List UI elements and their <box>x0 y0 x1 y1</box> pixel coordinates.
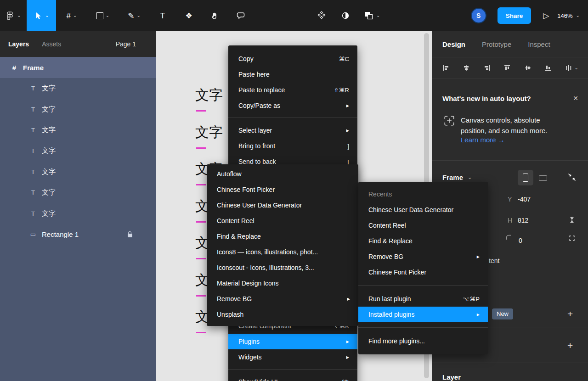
layer-row-text[interactable]: T 文字 <box>0 140 156 161</box>
layer-label: Frame <box>23 64 44 72</box>
boolean-groups-button[interactable]: ⌄ <box>364 0 380 31</box>
zoom-menu[interactable]: 146% ⌄ <box>557 12 580 19</box>
frame-section-title[interactable]: Frame ⌄ <box>442 174 472 181</box>
layer-label: 文字 <box>42 105 56 114</box>
recents-menu-item[interactable]: Run last plugin ⌥⌘P <box>358 291 488 307</box>
layer-row-text[interactable]: T 文字 <box>0 120 156 140</box>
canvas-text: 文字 <box>195 87 223 103</box>
recents-menu-item[interactable]: Content Reel <box>358 218 488 233</box>
recents-menu-item[interactable]: Find more plugins... <box>358 333 488 349</box>
align-bottom-icon[interactable] <box>544 64 552 72</box>
align-right-icon[interactable] <box>483 64 491 72</box>
text-tool-icon: T <box>160 12 165 20</box>
tab-design[interactable]: Design <box>442 40 465 48</box>
plugins-menu-item[interactable]: Unsplash <box>207 307 358 322</box>
share-button[interactable]: Share <box>498 7 531 24</box>
present-play-icon[interactable]: ▷ <box>543 11 549 21</box>
plugins-menu-item[interactable]: Chinese Font Picker <box>207 182 358 197</box>
plugins-menu-item[interactable]: Remove BG <box>207 291 358 307</box>
layer-row-text[interactable]: T 文字 <box>0 182 156 203</box>
context-menu-item[interactable]: Paste to replace ⇧⌘R <box>228 82 357 98</box>
layer-row-frame[interactable]: # Frame <box>0 57 156 78</box>
menu-separator <box>358 322 488 333</box>
zoom-level: 146% <box>557 12 572 19</box>
context-menu-item[interactable]: Select layer <box>228 123 357 138</box>
add-property-button[interactable]: + <box>567 341 573 350</box>
plugins-menu-item[interactable]: Chinese User Data Generator <box>207 197 358 213</box>
distribute-menu-icon[interactable]: ⌄ <box>565 64 578 72</box>
page-selector[interactable]: Page 1 <box>116 40 136 48</box>
divider <box>432 363 588 363</box>
plugins-menu-item[interactable]: Material Design Icons <box>207 275 358 291</box>
context-menu-item[interactable]: Plugins <box>228 334 357 349</box>
absolute-position-icon <box>443 115 455 127</box>
tab-inspect[interactable]: Inspect <box>528 40 550 48</box>
avatar[interactable]: S <box>472 9 486 22</box>
layer-row-text[interactable]: T 文字 <box>0 162 156 182</box>
plugins-menu-item[interactable]: Content Reel <box>207 213 358 229</box>
tab-layers[interactable]: Layers <box>8 40 29 48</box>
context-menu-item[interactable]: Show/Hide UI ⌘\ <box>228 374 357 381</box>
clip-content-partial-label[interactable]: tent <box>489 257 499 264</box>
layers-panel: Layers Assets Page 1 # Frame T 文字 T 文字 T… <box>0 31 156 381</box>
add-auto-layout-button[interactable]: + <box>567 309 573 319</box>
align-horizontal-center-icon[interactable] <box>463 64 470 72</box>
corner-radius-field[interactable]: 0 <box>519 234 522 247</box>
align-vertical-center-icon[interactable] <box>524 64 531 72</box>
layer-row-text[interactable]: T 文字 <box>0 78 156 99</box>
plugins-menu-item[interactable]: Autoflow <box>207 166 358 182</box>
move-tool-button[interactable]: ⌄ <box>27 0 56 31</box>
component-tool-button[interactable]: ❖ <box>175 0 202 31</box>
layer-section-heading: Layer <box>442 373 461 381</box>
close-icon[interactable]: ✕ <box>573 95 578 102</box>
shape-tool-button[interactable]: ⌄ <box>87 0 119 31</box>
pen-tool-button[interactable]: ✎ ⌄ <box>119 0 150 31</box>
context-menu-item[interactable]: Paste here <box>228 67 357 82</box>
layer-row-rectangle[interactable]: ▭ Rectangle 1 <box>0 224 156 245</box>
align-top-icon[interactable] <box>503 64 511 72</box>
plugins-menu-item[interactable]: Icons8 — icons, illustrations, phot... <box>207 244 358 260</box>
canvas-text-item[interactable]: 文字 <box>195 87 223 124</box>
context-menu-item[interactable]: Widgets <box>228 349 357 365</box>
tab-prototype[interactable]: Prototype <box>482 40 511 48</box>
portrait-icon <box>523 174 528 182</box>
chevron-down-icon: ⌄ <box>17 13 21 18</box>
underline-dash <box>196 110 206 112</box>
main-menu-button[interactable]: ⌄ <box>0 0 27 31</box>
context-menu-item[interactable]: Copy ⌘C <box>228 51 357 67</box>
layer-row-text[interactable]: T 文字 <box>0 203 156 224</box>
context-menu-item[interactable]: Bring to front ] <box>228 138 357 154</box>
plugins-menu-item[interactable]: Find & Replace <box>207 229 358 244</box>
context-menu-item[interactable]: Copy/Paste as <box>228 98 357 113</box>
underline-dash <box>196 295 206 297</box>
layers-list: # Frame T 文字 T 文字 T 文字 T 文字 T 文字 <box>0 57 156 245</box>
mask-button[interactable] <box>341 0 350 31</box>
comment-tool-button[interactable] <box>228 0 254 31</box>
recents-menu-item[interactable]: Find & Replace <box>358 233 488 249</box>
hand-tool-button[interactable] <box>202 0 228 31</box>
canvas-text-item[interactable]: 文字 <box>195 124 223 162</box>
tab-assets[interactable]: Assets <box>42 40 61 48</box>
corner-radius-icon <box>505 234 512 241</box>
height-field[interactable]: H 812 <box>508 213 528 227</box>
orientation-landscape-button[interactable] <box>539 175 547 181</box>
orientation-portrait-button[interactable] <box>518 170 533 185</box>
resize-to-fit-icon[interactable] <box>567 173 577 182</box>
recents-menu-item[interactable]: Chinese Font Picker <box>358 264 488 280</box>
recents-menu-item[interactable]: Installed plugins <box>358 307 488 322</box>
layer-row-text[interactable]: T 文字 <box>0 99 156 119</box>
layer-icon: ▭ <box>29 231 37 238</box>
independent-corners-icon[interactable] <box>568 235 576 242</box>
recents-menu-item[interactable]: Chinese User Data Generator <box>358 202 488 218</box>
y-position-field[interactable]: Y -407 <box>508 192 531 206</box>
learn-more-link[interactable]: Learn more → <box>461 136 505 144</box>
align-left-icon[interactable] <box>442 64 450 72</box>
frame-tool-button[interactable]: # ⌄ <box>56 0 87 31</box>
layer-icon: T <box>29 106 37 113</box>
edit-object-button[interactable] <box>316 0 327 31</box>
text-tool-button[interactable]: T <box>150 0 175 31</box>
height-constraint-icon[interactable] <box>568 216 576 224</box>
plugins-menu-item[interactable]: Iconscout - Icons, Illustrations, 3... <box>207 260 358 275</box>
recents-menu-item[interactable]: Remove BG <box>358 249 488 264</box>
divider <box>432 160 588 161</box>
